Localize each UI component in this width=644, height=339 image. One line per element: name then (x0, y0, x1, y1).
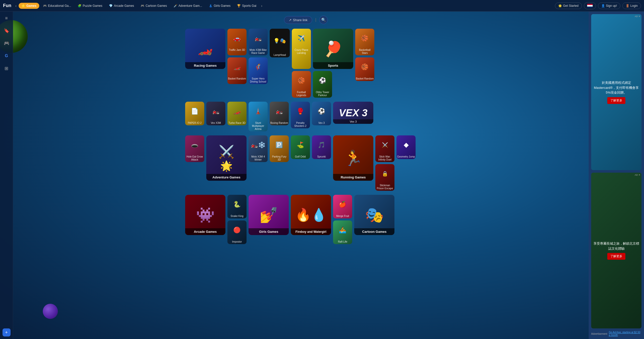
game-crazy-plane[interactable]: ✈️ Crazy Plane Landing (292, 29, 311, 69)
game-snakek[interactable]: 🐍 Snake King (227, 195, 247, 218)
game-paperio[interactable]: 📄 PAPER.IO 2 (185, 102, 204, 125)
category-adventure[interactable]: ⚔️ 🌟 Adventure Games (206, 135, 247, 181)
main-content: ↗ Share link | 🔍 🏎️ Racing Games 🚗 (13, 12, 644, 339)
ad-block-1: AD ✕ 於美國應用程式綁定Mastercard®，支付即有機會享5%現金回贈。… (591, 14, 641, 170)
ad-bottom-bar: Advertisement Go Ad-free, starting at $2… (591, 331, 641, 336)
search-button[interactable]: 🔍 (319, 16, 328, 24)
mergefruit-label: Merge Fruit (333, 214, 352, 218)
sports-label: Sports (313, 62, 353, 69)
traffic-jam-label: Traffic Jam 3D (227, 48, 247, 52)
category-fireboy[interactable]: 🔥💧 Fireboy and Watergirl (291, 195, 331, 235)
super-hero-label: Super Hero Driving School (249, 77, 268, 84)
ad2-cta-button[interactable]: 了解更多 (607, 253, 625, 260)
game-impostor[interactable]: 🔴 Impostor (227, 220, 247, 244)
share-bar: ↗ Share link | 🔍 (18, 16, 594, 24)
game-super-hero[interactable]: 🦸 Super Hero Driving School (249, 57, 268, 84)
sidebar-gamepad-icon[interactable]: 🎮 (3, 39, 11, 47)
game-vexx3m[interactable]: 🏍️ Vex X3M (206, 102, 225, 125)
category-running[interactable]: 🏃 Running Games (333, 135, 373, 181)
game-football-legends[interactable]: ⚽ Obby Tower Parkour (313, 71, 332, 98)
vexx3m-label: Vex X3M (206, 121, 225, 125)
signup-icon: 👤 (601, 4, 605, 8)
col-stick: ⚔️ Stick War: Infinity Duel 🔒 Stickman P… (375, 135, 394, 191)
game-obby[interactable]: 🗼 Stunt Multiplayer Arena (249, 102, 268, 131)
col-plane-bball: ✈️ Crazy Plane Landing 🏓 Sports 🏀 Foo (292, 29, 353, 98)
nav-tab-educational[interactable]: 🎮 Educational Ga... (40, 3, 74, 9)
game-geom[interactable]: ◆ Geometry Jump (396, 135, 416, 159)
ad-block-2: AD ✕ 享受專屬長城之旅，解鎖北京標誌文化體驗 了解更多 (591, 173, 641, 329)
game-grid-container: 🏎️ Racing Games 🚗 Traffic Jam 3D 🏍️ Moto… (185, 29, 427, 246)
sidebar-layers-icon[interactable]: ≡ (3, 14, 11, 22)
ad2-text: 享受專屬長城之旅，解鎖北京標誌文化體驗 (593, 241, 639, 251)
advertisement-text: Advertisement (591, 332, 607, 335)
game-raftlife[interactable]: 🚣 Raft Life (333, 220, 352, 244)
nav-tab-puzzle[interactable]: 🧩 Puzzle Games (75, 3, 105, 9)
nav-next-arrow[interactable]: › (260, 3, 263, 9)
game-bball-shooting[interactable]: 🏀 Football Legends (292, 71, 311, 98)
game-basketball-stars[interactable]: 🏀 Basketball Stars (355, 29, 374, 55)
small-games-col1: 🚗 Traffic Jam 3D 🏍️ Moto X3M Bike Race G… (227, 29, 268, 84)
nav-prev-arrow[interactable]: ‹ (14, 3, 18, 9)
login-icon: 🚪 (626, 4, 629, 8)
category-girls[interactable]: 💅 Girls Games (249, 195, 289, 235)
nav-tab-arcade[interactable]: 💎 Arcade Games (106, 3, 137, 9)
game-parkfury[interactable]: 🅿️ Parking Fury 3D (270, 135, 289, 162)
game-motox3m4[interactable]: 🏍️❄️ Moto X3M 4 Winter (249, 135, 268, 162)
running-label: Running Games (333, 174, 373, 181)
ad1-text: 於美國應用程式綁定Mastercard®，支付即有機會享5%現金回贈。 (593, 80, 639, 95)
game-golf[interactable]: ⛳ Golf Orbit (291, 135, 310, 159)
ad1-cta-button[interactable]: 了解更多 (607, 97, 625, 104)
game-stickprison[interactable]: 🔒 Stickman Prison Escape (375, 164, 394, 191)
geom-label: Geometry Jump (396, 155, 416, 159)
category-racing[interactable]: 🏎️ Racing Games (185, 29, 225, 69)
nav-tab-girls[interactable]: 👗 Girls Games (206, 3, 233, 9)
get-started-button[interactable]: 🌟 Get Started (555, 3, 582, 9)
basket-random-label: Basket Random (355, 77, 374, 81)
nav-tab-adventure[interactable]: 🗡️ Adventure Gam... (171, 3, 205, 9)
ad1-label: AD ✕ (635, 15, 640, 18)
game-stunt[interactable]: 🏍️ Boxing Random (270, 102, 289, 125)
game-top-speed[interactable]: 🏎️ Basket Random (227, 57, 247, 84)
category-cartoon[interactable]: 🎭 Cartoon Games (354, 195, 394, 235)
ad2-label: AD ✕ (635, 174, 640, 176)
penalty-label: Vex 3 (312, 121, 331, 125)
game-motox3m[interactable]: 🏍️ Moto X3M Bike Race Game (249, 29, 268, 55)
stickprison-label: Stickman Prison Escape (375, 183, 394, 191)
sprunki-label: Sprunki (312, 155, 331, 159)
sidebar-google-icon[interactable]: G (3, 52, 11, 60)
boxing-label: Penalty Shooters 2 (291, 121, 310, 128)
nav-tab-cartoon[interactable]: 🎮 Cartoon Games (138, 3, 170, 9)
game-holeat[interactable]: 🕳️ Hole Eat Grow Attack (185, 135, 204, 162)
nav-tab-games[interactable]: ⭐ Games (19, 3, 39, 9)
sidebar-windows-icon[interactable]: ⊞ (3, 64, 11, 72)
game-penalty[interactable]: ⚽ Vex 3 (312, 102, 331, 125)
game-sprunki[interactable]: 🎵 Sprunki (312, 135, 331, 159)
game-basket-random[interactable]: 🏀 Basket Random (355, 57, 374, 81)
nav-right-actions: 🌟 Get Started 👤 Sign up! 🚪 Login (555, 2, 641, 9)
game-stick[interactable]: ⚔️ Stick War: Infinity Duel (375, 135, 394, 162)
flag-button[interactable] (584, 2, 596, 9)
category-sports[interactable]: 🏓 Sports (313, 29, 353, 69)
holeat-label: Hole Eat Grow Attack (185, 155, 204, 162)
share-link-button[interactable]: ↗ Share link (284, 16, 312, 24)
game-vex3[interactable]: VEX 3 Vex 3 (333, 102, 373, 124)
top-speed-label: Basket Random (227, 77, 247, 81)
sidebar-add-icon[interactable]: + (3, 328, 11, 336)
game-boxing[interactable]: 🥊 Penalty Shooters 2 (291, 102, 310, 128)
col-snake-impostor: 🐍 Snake King 🔴 Impostor (227, 195, 247, 244)
game-turbo[interactable]: 🏎️ Turbo Race 3D (227, 102, 247, 125)
nav-tab-sports[interactable]: 🏆 Sports Gai (234, 3, 259, 9)
parkfury-label: Parking Fury 3D (270, 155, 289, 162)
obby-label: Stunt Multiplayer Arena (249, 121, 268, 131)
sidebar-bookmark-icon[interactable]: 🔖 (3, 27, 11, 35)
game-mergefruit[interactable]: 🍎 Merge Fruit (333, 195, 352, 218)
login-button[interactable]: 🚪 Login (622, 3, 641, 9)
game-traffic-jam[interactable]: 🚗 Traffic Jam 3D (227, 29, 247, 55)
category-arcade[interactable]: 👾 Arcade Games (185, 195, 225, 235)
navbar: Fun ‹ ⭐ Games 🎮 Educational Ga... 🧩 Puzz… (0, 0, 644, 12)
go-ad-free-link[interactable]: Go Ad-free, starting at $2.50 a month (609, 331, 641, 336)
game-lamphead[interactable]: 💡🎭 LampHead (270, 29, 290, 57)
games-icon: ⭐ (21, 4, 25, 8)
fireboy-label: Fireboy and Watergirl (291, 229, 331, 235)
signup-button[interactable]: 👤 Sign up! (598, 3, 620, 9)
